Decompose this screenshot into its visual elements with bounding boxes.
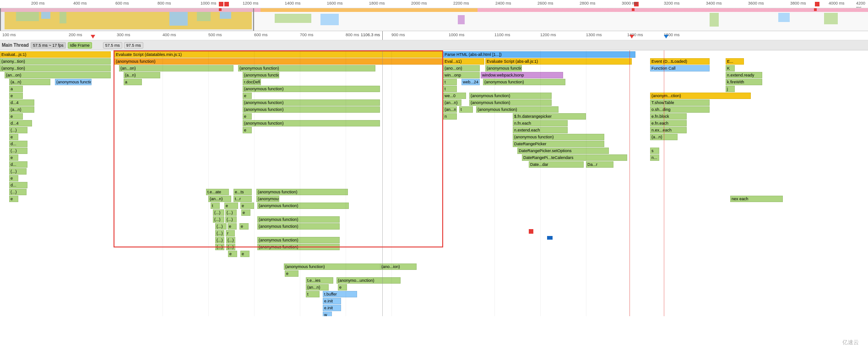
- e-main-2[interactable]: e: [243, 113, 252, 120]
- date-dar[interactable]: Date...dar: [529, 161, 584, 168]
- anon-func-r6[interactable]: (anonymous function): [513, 134, 604, 140]
- anon-func-9[interactable]: (anonymous function): [256, 196, 279, 202]
- left-paren-2[interactable]: (...): [9, 148, 27, 154]
- anon-func-r3[interactable]: (anonymous function): [469, 93, 552, 99]
- anon-func-r4[interactable]: (anonymous function): [469, 99, 552, 106]
- e-main-3[interactable]: e: [243, 127, 252, 133]
- left-d-3[interactable]: d...: [9, 182, 27, 188]
- e-lower-1[interactable]: e: [241, 209, 250, 216]
- left-an-1[interactable]: (a...n): [9, 106, 34, 113]
- e-right[interactable]: E...: [726, 58, 744, 65]
- t-ext[interactable]: t: [306, 291, 320, 297]
- n-r17[interactable]: n...: [650, 154, 659, 161]
- te-ate[interactable]: t.e...ate: [206, 189, 229, 195]
- left-d-1[interactable]: d...: [9, 141, 27, 147]
- anon-ion[interactable]: (ano...ion): [380, 263, 417, 270]
- paren-l6[interactable]: (...): [215, 230, 224, 236]
- n-ex-each[interactable]: n.ex...each: [650, 127, 687, 133]
- left-e-2[interactable]: e: [9, 113, 23, 120]
- j-block[interactable]: j: [726, 86, 735, 92]
- eval-script-main[interactable]: Evaluate Script (datatables.min.js:1): [114, 51, 443, 58]
- t-r6[interactable]: t: [443, 86, 457, 92]
- anon-func-r2[interactable]: (anonymous function): [483, 79, 565, 85]
- anon-func-5[interactable]: (anonymous function): [243, 99, 380, 106]
- anon-func-7[interactable]: (anonymous function): [243, 120, 380, 126]
- left-paren-1[interactable]: (...): [9, 127, 27, 133]
- win-onp[interactable]: win...onp: [443, 72, 480, 78]
- left-paren-4[interactable]: (...): [9, 189, 27, 195]
- anon-func-11[interactable]: (anonymous function): [257, 216, 340, 223]
- paren-l3[interactable]: (...): [213, 216, 224, 223]
- n-r10[interactable]: n: [443, 113, 457, 120]
- e-ts[interactable]: e...ts: [233, 189, 252, 195]
- left-e-5[interactable]: e: [9, 175, 18, 181]
- anon-func-r1[interactable]: (anonymous function): [485, 65, 522, 71]
- anonym-ction[interactable]: (anonym...ction): [650, 93, 751, 99]
- t-buffer[interactable]: t.buffer: [323, 291, 357, 297]
- e-ext-1[interactable]: e: [285, 270, 298, 277]
- web-24[interactable]: web...24: [461, 79, 480, 85]
- e-lower-3[interactable]: e: [239, 223, 249, 230]
- a-main[interactable]: a: [124, 79, 142, 85]
- window-webpack-jsonp[interactable]: window.webpackJsonp: [481, 72, 563, 78]
- parse-html[interactable]: Parse HTML (abs-all.html [1...]): [443, 51, 635, 58]
- minimap-selection[interactable]: [0, 8, 254, 31]
- paren-l5[interactable]: (...): [215, 223, 227, 230]
- left-e-4[interactable]: e: [9, 154, 18, 161]
- anonymo-unction[interactable]: (anonymo...unction): [336, 277, 401, 284]
- k-block[interactable]: K: [726, 65, 735, 71]
- daterangepicker[interactable]: DateRangePicker: [513, 141, 604, 147]
- e-fn-block[interactable]: e.fn.block: [650, 113, 687, 120]
- anon-func-12[interactable]: (anonymous function): [257, 223, 340, 230]
- fn-daterangepicker[interactable]: $.fn.daterangepicker: [513, 113, 586, 120]
- e-lower-5[interactable]: e: [240, 251, 250, 257]
- left-anon-on[interactable]: (an...on): [5, 72, 111, 78]
- t-r5[interactable]: t: [443, 79, 457, 85]
- anon-func-r5[interactable]: (anonymous function): [476, 106, 559, 113]
- anon-func-13[interactable]: (anonymous function): [257, 237, 340, 243]
- nex-each[interactable]: nex each: [730, 196, 783, 202]
- w-ext[interactable]: w: [323, 312, 332, 316]
- anon-func-2[interactable]: (anonymous function): [238, 65, 375, 71]
- left-e-3[interactable]: e: [9, 134, 18, 140]
- anon-on-main[interactable]: (an...on): [119, 65, 233, 71]
- eval-abs-all[interactable]: Evaluate Script (abs-all.js:1): [485, 58, 632, 65]
- an-n-ext[interactable]: (an...n): [306, 284, 329, 291]
- r-docDefinition[interactable]: r.docDefinition: [243, 79, 261, 85]
- anon-func-3[interactable]: (anonymous function): [243, 72, 279, 78]
- t-showtable[interactable]: T.showTable: [650, 99, 710, 106]
- anon-func-6[interactable]: (anonymous function): [243, 106, 380, 113]
- anon-func-8[interactable]: (anonymous function): [256, 189, 348, 195]
- left-eval-script[interactable]: Evaluat...js:1): [0, 51, 111, 58]
- e-init-2[interactable]: e.init: [323, 305, 341, 311]
- anon-func-10[interactable]: (anonymous function): [257, 203, 349, 209]
- paren-l1[interactable]: (...): [213, 209, 224, 216]
- e-init-1[interactable]: e.init: [323, 298, 341, 304]
- an-n-r[interactable]: (an...n): [443, 99, 461, 106]
- a-n-main[interactable]: (a...n): [124, 72, 160, 78]
- left-d-2[interactable]: d...: [9, 161, 27, 168]
- da-r[interactable]: Da...r: [586, 161, 613, 168]
- left-anon-func-1[interactable]: (anonymous function): [55, 79, 92, 85]
- paren-l2[interactable]: (...): [225, 209, 237, 216]
- t-e-ies[interactable]: t.e...ies: [306, 277, 333, 284]
- e-fn-each-r[interactable]: e.fn.each: [650, 120, 687, 126]
- paren-l8[interactable]: (...): [226, 237, 235, 243]
- ano-on[interactable]: (ano...on): [443, 65, 480, 71]
- paren-l4[interactable]: (...): [225, 216, 237, 223]
- n-extend-ready[interactable]: n.extend.ready: [726, 72, 762, 78]
- left-an-n[interactable]: (a...n): [9, 79, 50, 85]
- left-e-1[interactable]: e: [9, 93, 23, 99]
- k-firewith[interactable]: k.fireWith: [726, 79, 762, 85]
- t-r[interactable]: t...r: [233, 196, 252, 202]
- anon-func-main[interactable]: (anonymous function): [114, 58, 443, 65]
- o-shding[interactable]: o.sh...ding: [650, 106, 710, 113]
- e-main-5[interactable]: e: [240, 203, 254, 209]
- daterangepicker-tecalendars[interactable]: DateRangePi...teCalendars: [522, 154, 627, 161]
- e-lower-2[interactable]: e: [228, 223, 237, 230]
- t-main[interactable]: t: [211, 203, 220, 209]
- e-main-4[interactable]: e: [224, 203, 238, 209]
- r-lower[interactable]: r: [226, 230, 235, 236]
- paren-l7[interactable]: (...): [215, 237, 224, 243]
- left-d4-2[interactable]: d...4: [9, 120, 32, 126]
